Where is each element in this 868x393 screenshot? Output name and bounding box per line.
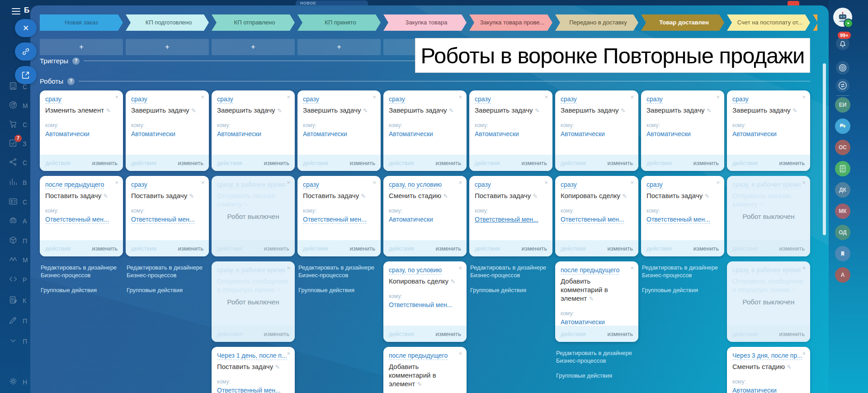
hamburger-menu-icon[interactable] bbox=[12, 8, 20, 14]
robot-card[interactable]: ×после предыдущегоДобавить комментарий в… bbox=[555, 261, 638, 342]
close-icon[interactable]: × bbox=[630, 265, 634, 271]
rail-avatar[interactable]: ЕИ bbox=[835, 97, 850, 113]
robot-trigger-link[interactable]: сразу, по условию bbox=[389, 266, 442, 275]
edit-pencil-icon[interactable]: ✎ bbox=[759, 201, 764, 208]
edit-in-designer-link[interactable]: Редактировать в дизайнере Бизнес-процесс… bbox=[470, 264, 552, 279]
stage-5[interactable]: Закупка товара bbox=[383, 14, 467, 31]
actions-link[interactable]: действия bbox=[131, 160, 156, 166]
robot-trigger-link[interactable]: сразу bbox=[561, 181, 577, 189]
edit-pencil-icon[interactable]: ✎ bbox=[106, 107, 111, 114]
edit-pencil-icon[interactable]: ✎ bbox=[450, 278, 455, 285]
rail-avatar[interactable] bbox=[835, 161, 850, 176]
actions-link[interactable]: действия bbox=[732, 331, 758, 337]
edit-in-designer-link[interactable]: Редактировать в дизайнере Бизнес-процесс… bbox=[556, 349, 637, 365]
stage-9[interactable]: Счет на постоплату от... bbox=[727, 14, 810, 31]
add-robot-button[interactable]: + bbox=[297, 39, 381, 55]
robot-trigger-link[interactable]: сразу bbox=[389, 95, 405, 104]
sync-chat-button[interactable] bbox=[836, 79, 849, 92]
stage-3[interactable]: КП отправлено bbox=[212, 14, 295, 31]
edit-in-designer-link[interactable]: Редактировать в дизайнере Бизнес-процесс… bbox=[642, 264, 723, 279]
robot-trigger-link[interactable]: сразу bbox=[303, 181, 319, 189]
edit-pencil-icon[interactable]: ✎ bbox=[535, 107, 540, 114]
group-actions-link[interactable]: Групповые действия bbox=[642, 286, 723, 294]
robot-trigger-link[interactable]: сразу bbox=[475, 181, 491, 189]
assignee-link[interactable]: Ответственный мен... bbox=[475, 216, 538, 223]
edit-link[interactable]: изменить bbox=[435, 331, 461, 337]
robot-trigger-link[interactable]: сразу bbox=[131, 181, 147, 189]
slider-copy-link-button[interactable] bbox=[15, 43, 37, 61]
actions-link[interactable]: действия bbox=[389, 160, 414, 166]
stage-4[interactable]: КП принято bbox=[297, 14, 381, 31]
edit-in-designer-link[interactable]: Редактировать в дизайнере Бизнес-процесс… bbox=[298, 264, 380, 279]
robot-trigger-link[interactable]: после предыдущего bbox=[561, 266, 619, 275]
edit-pencil-icon[interactable]: ✎ bbox=[449, 107, 454, 114]
edit-pencil-icon[interactable]: ✎ bbox=[707, 107, 712, 114]
robot-trigger-link[interactable]: сразу bbox=[646, 181, 663, 189]
edit-pencil-icon[interactable]: ✎ bbox=[443, 193, 448, 199]
edit-pencil-icon[interactable]: ✎ bbox=[277, 107, 282, 114]
robot-card[interactable]: ×сразуЗавершить задачу ✎кому:Автоматичес… bbox=[727, 90, 810, 171]
assignee-link[interactable]: Автоматически bbox=[561, 130, 605, 137]
robot-card[interactable]: ×сразуЗавершить задачу ✎кому:Автоматичес… bbox=[641, 90, 724, 171]
assignee-link[interactable]: Автоматически bbox=[475, 130, 519, 137]
edit-link[interactable]: изменить bbox=[779, 160, 805, 166]
close-icon[interactable]: × bbox=[373, 94, 376, 100]
close-icon[interactable]: × bbox=[802, 94, 806, 100]
robot-trigger-link[interactable]: после предыдущего bbox=[45, 181, 104, 189]
close-icon[interactable]: × bbox=[802, 265, 806, 271]
edit-in-designer-link[interactable]: Редактировать в дизайнере Бизнес-процесс… bbox=[41, 264, 122, 279]
assignee-link[interactable]: Автоматически bbox=[217, 130, 261, 137]
assignee-link[interactable]: Автоматически bbox=[131, 130, 175, 137]
edit-pencil-icon[interactable]: ✎ bbox=[103, 193, 108, 199]
rings-button[interactable] bbox=[836, 61, 849, 75]
robot-trigger-link[interactable]: Через 1 день, после п... bbox=[217, 352, 287, 360]
rail-avatar[interactable]: ОД bbox=[835, 225, 850, 240]
edit-pencil-icon[interactable]: ✎ bbox=[275, 364, 280, 370]
edit-pencil-icon[interactable]: ✎ bbox=[621, 107, 626, 114]
edit-pencil-icon[interactable]: ✎ bbox=[622, 193, 627, 199]
group-actions-link[interactable]: Групповые действия bbox=[127, 286, 208, 294]
robot-card-disabled[interactable]: ×сразу, в рабочее времяОтправить сообщен… bbox=[727, 261, 810, 342]
close-icon[interactable]: × bbox=[373, 179, 376, 186]
actions-link[interactable]: действия bbox=[646, 245, 672, 252]
robot-trigger-link[interactable]: сразу bbox=[131, 95, 147, 104]
robot-trigger-link[interactable]: сразу bbox=[303, 95, 319, 104]
robot-card[interactable]: ×сразуЗавершить задачу ✎кому:Автоматичес… bbox=[297, 90, 381, 171]
edit-link[interactable]: изменить bbox=[178, 245, 203, 252]
edit-link[interactable]: изменить bbox=[693, 245, 719, 252]
assignee-link[interactable]: Автоматически bbox=[389, 216, 433, 223]
robot-card[interactable]: ×сразуЗавершить задачу ✎кому:Автоматичес… bbox=[383, 90, 467, 171]
rail-avatar[interactable]: ОС bbox=[835, 140, 850, 155]
assignee-link[interactable]: Автоматически bbox=[732, 130, 777, 137]
edit-pencil-icon[interactable]: ✎ bbox=[533, 193, 538, 199]
edit-link[interactable]: изменить bbox=[779, 331, 805, 337]
actions-link[interactable]: действия bbox=[217, 160, 242, 166]
edit-pencil-icon[interactable]: ✎ bbox=[361, 193, 366, 199]
robot-trigger-link[interactable]: сразу bbox=[561, 95, 577, 104]
robot-card[interactable]: ×сразуПоставить задачу ✎кому:Ответственн… bbox=[641, 176, 724, 256]
close-icon[interactable]: × bbox=[115, 94, 118, 100]
edit-pencil-icon[interactable]: ✎ bbox=[793, 107, 797, 114]
edit-pencil-icon[interactable]: ✎ bbox=[704, 193, 709, 199]
robot-trigger-link[interactable]: сразу bbox=[732, 95, 749, 104]
edit-pencil-icon[interactable]: ✎ bbox=[787, 364, 792, 370]
edit-pencil-icon[interactable]: ✎ bbox=[277, 287, 282, 294]
edit-pencil-icon[interactable]: ✎ bbox=[189, 193, 194, 199]
robot-card[interactable]: ×сразуЗавершить задачу ✎кому:Автоматичес… bbox=[212, 90, 295, 171]
robot-trigger-link[interactable]: после предыдущего bbox=[389, 352, 448, 360]
edit-link[interactable]: изменить bbox=[435, 245, 461, 252]
rail-avatar[interactable] bbox=[835, 246, 850, 261]
assignee-link[interactable]: Ответственный мен... bbox=[389, 301, 453, 308]
edit-link[interactable]: изменить bbox=[521, 245, 547, 252]
edit-link[interactable]: изменить bbox=[264, 245, 289, 252]
robot-card[interactable]: ×сразуЗавершить задачу ✎кому:Автоматичес… bbox=[126, 90, 209, 171]
edit-link[interactable]: изменить bbox=[264, 331, 289, 337]
close-icon[interactable]: × bbox=[458, 350, 462, 357]
actions-link[interactable]: действия bbox=[389, 331, 414, 337]
edit-link[interactable]: изменить bbox=[607, 331, 633, 337]
assignee-link[interactable]: Автоматически bbox=[646, 130, 691, 137]
robot-card[interactable]: ×сразуПоставить задачу ✎кому:Ответственн… bbox=[469, 176, 552, 256]
assignee-link[interactable]: Автоматически bbox=[561, 318, 605, 326]
stage-6[interactable]: Закупка товара прове... bbox=[469, 14, 552, 31]
group-actions-link[interactable]: Групповые действия bbox=[41, 286, 122, 294]
